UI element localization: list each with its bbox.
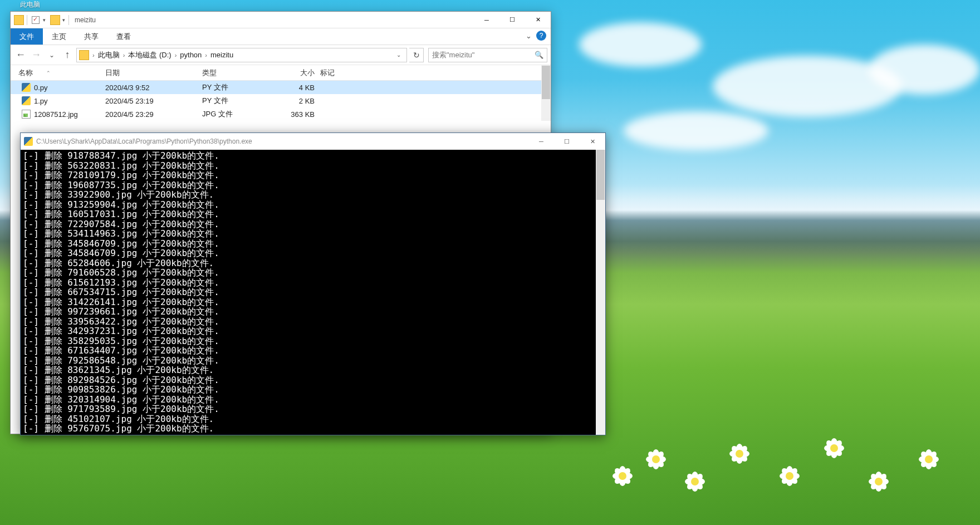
python-icon [24, 137, 33, 146]
separator [27, 15, 27, 25]
terminal-output[interactable]: [-] 删除 918788347.jpg 小于200kb的文件. [-] 删除 … [21, 150, 596, 435]
file-row[interactable]: 0.py2020/4/3 9:52PY 文件4 KB [11, 81, 551, 94]
qat-checkbox-icon[interactable] [32, 16, 40, 24]
nav-recent-dropdown[interactable]: ⌄ [45, 48, 58, 62]
maximize-button[interactable]: ☐ [554, 134, 580, 150]
chevron-right-icon[interactable]: › [174, 52, 178, 58]
terminal-title: C:\Users\LyShark\AppData\Local\Programs\… [36, 138, 528, 145]
address-dropdown-icon[interactable]: ⌄ [393, 52, 404, 58]
breadcrumb-segment[interactable]: meizitu [208, 51, 236, 59]
file-date: 2020/4/3 9:52 [105, 84, 202, 92]
refresh-button[interactable]: ↻ [409, 48, 424, 62]
folder-icon [79, 50, 89, 60]
file-size: 4 KB [272, 84, 320, 92]
scrollbar[interactable] [541, 65, 551, 121]
col-name-header[interactable]: 名称⌃ [18, 68, 105, 78]
explorer-titlebar[interactable]: ▾ ▾ meizitu ─ ☐ ✕ [11, 12, 551, 28]
qat-customize-icon[interactable]: ▾ [62, 17, 65, 23]
cloud-decoration [624, 111, 768, 150]
col-tag-header[interactable]: 标记 [320, 68, 376, 78]
file-size: 363 KB [272, 110, 320, 119]
search-input[interactable] [432, 51, 535, 59]
window-title: meizitu [75, 16, 96, 24]
tab-share[interactable]: 共享 [75, 28, 107, 45]
folder-icon [14, 15, 24, 25]
file-size: 2 KB [272, 97, 320, 105]
file-row[interactable]: 1.py2020/4/5 23:19PY 文件2 KB [11, 94, 551, 107]
chevron-right-icon[interactable]: › [204, 52, 208, 58]
scrollbar-thumb[interactable] [542, 66, 550, 99]
file-name: 12087512.jpg [34, 110, 78, 119]
col-type-header[interactable]: 类型 [202, 68, 272, 78]
close-button[interactable]: ✕ [580, 134, 605, 150]
nav-up-button[interactable]: ↑ [61, 48, 74, 62]
file-row[interactable]: 12087512.jpg2020/4/5 23:29JPG 文件363 KB [11, 107, 551, 121]
jpg-file-icon [22, 110, 31, 119]
cloud-decoration [869, 45, 980, 95]
breadcrumb-segment[interactable]: 此电脑 [96, 50, 122, 60]
minimize-button[interactable]: ─ [474, 12, 499, 28]
address-bar: ← → ⌄ ↑ › 此电脑 › 本地磁盘 (D:) › python › mei… [11, 45, 551, 65]
col-size-header[interactable]: 大小 [272, 68, 320, 78]
search-box[interactable]: 🔍 [428, 48, 547, 62]
ribbon-expand-icon[interactable]: ⌄ [526, 32, 532, 40]
tab-file[interactable]: 文件 [11, 28, 43, 45]
maximize-button[interactable]: ☐ [499, 12, 525, 28]
breadcrumb-box[interactable]: › 此电脑 › 本地磁盘 (D:) › python › meizitu ⌄ [76, 48, 407, 62]
desktop-icon-this-pc-label[interactable]: 此电脑 [20, 0, 40, 9]
file-type: PY 文件 [202, 82, 272, 92]
search-icon[interactable]: 🔍 [535, 51, 543, 59]
nav-forward-button[interactable]: → [30, 48, 43, 62]
chevron-right-icon[interactable]: › [91, 52, 96, 58]
cloud-decoration [579, 22, 702, 67]
sort-indicator-icon: ⌃ [46, 70, 51, 76]
py-file-icon [22, 83, 31, 92]
file-date: 2020/4/5 23:19 [105, 97, 202, 105]
help-icon[interactable]: ? [536, 31, 546, 41]
ribbon-tabs: 文件 主页 共享 查看 ⌄ ? [11, 28, 551, 45]
breadcrumb-segment[interactable]: 本地磁盘 (D:) [126, 50, 173, 60]
file-type: PY 文件 [202, 96, 272, 106]
python-terminal-window[interactable]: C:\Users\LyShark\AppData\Local\Programs\… [20, 133, 606, 435]
file-name: 0.py [34, 84, 48, 92]
nav-back-button[interactable]: ← [14, 48, 27, 62]
chevron-right-icon[interactable]: › [122, 52, 126, 58]
scrollbar[interactable] [596, 150, 605, 435]
file-name: 1.py [34, 97, 48, 105]
separator [68, 15, 69, 25]
terminal-titlebar[interactable]: C:\Users\LyShark\AppData\Local\Programs\… [21, 133, 605, 150]
col-date-header[interactable]: 日期 [105, 68, 202, 78]
scrollbar-thumb[interactable] [596, 150, 605, 200]
tab-view[interactable]: 查看 [107, 28, 140, 45]
close-button[interactable]: ✕ [525, 12, 551, 28]
file-date: 2020/4/5 23:29 [105, 110, 202, 119]
minimize-button[interactable]: ─ [528, 134, 554, 150]
file-list: 名称⌃ 日期 类型 大小 标记 0.py2020/4/3 9:52PY 文件4 … [11, 65, 551, 121]
column-headers: 名称⌃ 日期 类型 大小 标记 [11, 65, 551, 81]
breadcrumb-segment[interactable]: python [178, 51, 204, 59]
folder-icon [50, 15, 60, 25]
tab-home[interactable]: 主页 [43, 28, 75, 45]
file-type: JPG 文件 [202, 109, 272, 119]
qat-dropdown-icon[interactable]: ▾ [43, 17, 46, 23]
py-file-icon [22, 96, 31, 105]
